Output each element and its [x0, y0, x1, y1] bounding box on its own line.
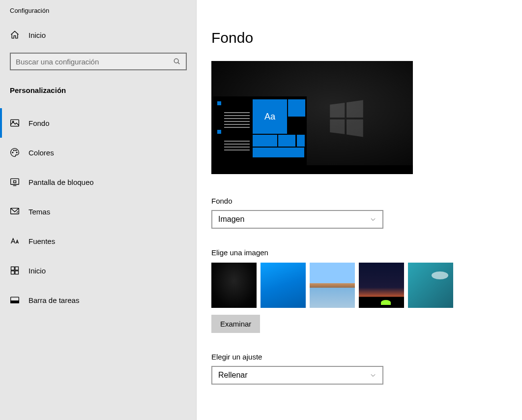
- wallpaper-thumb-4[interactable]: [359, 263, 404, 308]
- search-icon: [173, 58, 181, 65]
- sidebar-item-fondo[interactable]: Fondo: [0, 108, 196, 138]
- home-icon: [10, 30, 20, 40]
- nav-home-label: Inicio: [29, 31, 46, 39]
- sidebar-item-label: Pantalla de bloqueo: [29, 178, 94, 186]
- sidebar-item-label: Colores: [29, 149, 54, 157]
- sidebar: Configuración Inicio Personalización Fon…: [0, 0, 197, 420]
- svg-rect-11: [15, 267, 19, 270]
- wallpaper-thumb-2[interactable]: [261, 263, 306, 308]
- sidebar-item-barra[interactable]: Barra de tareas: [0, 285, 196, 315]
- taskbar-icon: [10, 295, 20, 305]
- sidebar-item-label: Temas: [29, 208, 50, 216]
- search-input[interactable]: [16, 58, 173, 66]
- preview-tile-text: Aa: [253, 99, 287, 134]
- windows-logo-icon: [324, 95, 369, 140]
- fit-value: Rellenar: [218, 371, 248, 380]
- wallpaper-thumb-3[interactable]: [310, 263, 355, 308]
- sidebar-item-colores[interactable]: Colores: [0, 138, 196, 167]
- chevron-down-icon: [370, 372, 377, 379]
- main-content: Fondo Aa Fondo Imagen: [197, 0, 522, 420]
- start-icon: [10, 266, 20, 275]
- sidebar-item-label: Barra de tareas: [29, 296, 79, 304]
- svg-point-6: [16, 152, 17, 153]
- fit-dropdown[interactable]: Rellenar: [211, 366, 383, 385]
- svg-rect-10: [11, 267, 15, 270]
- search-box[interactable]: [10, 53, 187, 70]
- wallpaper-thumb-1[interactable]: [211, 263, 257, 308]
- themes-icon: [10, 207, 20, 216]
- nav-home[interactable]: Inicio: [0, 26, 196, 44]
- sidebar-section-title: Personalización: [0, 70, 196, 101]
- svg-point-0: [174, 59, 178, 63]
- image-thumbnails: [211, 263, 507, 308]
- page-title: Fondo: [211, 30, 507, 46]
- lockscreen-icon: [10, 177, 20, 187]
- nav-list: Fondo Colores Pantalla de bloqueo Temas: [0, 101, 196, 315]
- svg-rect-12: [11, 271, 15, 274]
- svg-rect-7: [11, 179, 19, 184]
- palette-icon: [10, 148, 20, 157]
- sidebar-item-label: Fondo: [29, 119, 50, 127]
- svg-point-5: [16, 150, 17, 151]
- background-type-label: Fondo: [211, 197, 507, 205]
- background-type-value: Imagen: [218, 215, 244, 224]
- background-type-dropdown[interactable]: Imagen: [211, 210, 383, 229]
- svg-rect-8: [14, 181, 16, 183]
- desktop-preview: Aa: [211, 61, 413, 174]
- fit-label: Elegir un ajuste: [211, 353, 507, 361]
- picture-icon: [10, 118, 20, 128]
- browse-button[interactable]: Examinar: [211, 315, 260, 333]
- svg-point-3: [12, 152, 13, 153]
- sidebar-item-label: Inicio: [29, 267, 46, 275]
- sidebar-item-fuentes[interactable]: Fuentes: [0, 226, 196, 256]
- preview-start-menu: Aa: [213, 96, 307, 165]
- sidebar-item-temas[interactable]: Temas: [0, 197, 196, 226]
- chevron-down-icon: [370, 216, 377, 223]
- sidebar-item-bloqueo[interactable]: Pantalla de bloqueo: [0, 167, 196, 197]
- wallpaper-thumb-5[interactable]: [408, 263, 453, 308]
- svg-rect-15: [11, 301, 19, 303]
- sidebar-item-inicio[interactable]: Inicio: [0, 256, 196, 285]
- sidebar-item-label: Fuentes: [29, 237, 55, 245]
- svg-rect-13: [15, 271, 19, 274]
- svg-point-4: [14, 150, 15, 151]
- choose-image-label: Elige una imagen: [211, 248, 507, 257]
- app-title: Configuración: [0, 7, 196, 26]
- fonts-icon: [10, 236, 20, 246]
